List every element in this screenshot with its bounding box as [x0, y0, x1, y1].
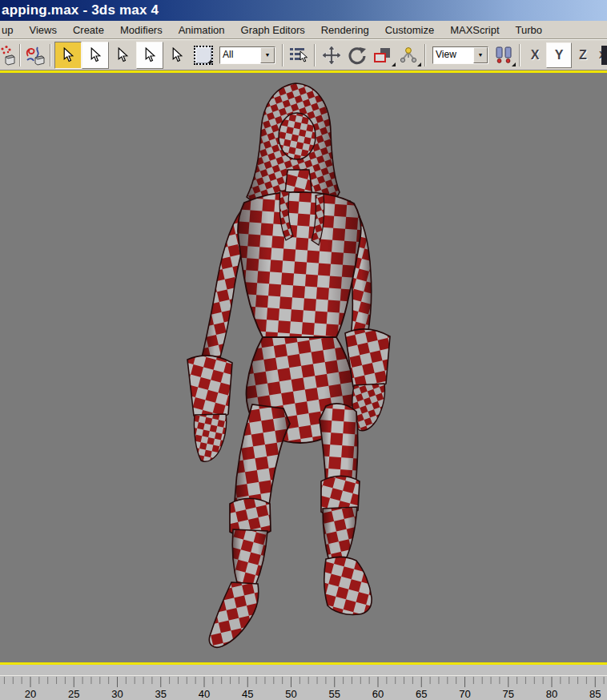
frame-label-80: 80	[546, 688, 557, 700]
flyout-arrow-icon	[512, 62, 516, 66]
selection-region-button[interactable]	[194, 46, 213, 65]
select-cursor-icon	[90, 47, 102, 62]
menu-modifiers[interactable]: Modifiers	[112, 22, 171, 38]
menu-views[interactable]: Views	[21, 22, 64, 38]
select-by-name-icon	[289, 46, 308, 64]
select-by-name-button[interactable]	[287, 44, 311, 66]
frame-label-40: 40	[199, 688, 210, 700]
scale-tool-button[interactable]	[370, 44, 396, 66]
menu-create[interactable]: Create	[65, 22, 112, 38]
frame-label-50: 50	[285, 688, 296, 700]
menu-animation[interactable]: Animation	[171, 22, 233, 38]
title-bar[interactable]: apping.max - 3ds max 4	[0, 0, 607, 21]
frame-label-60: 60	[372, 688, 384, 700]
manipulate-icon	[399, 46, 418, 65]
rotate-icon	[348, 46, 367, 65]
coordinate-system-dropdown[interactable]: View ▼	[432, 46, 488, 64]
coordinate-system-value: View	[433, 47, 473, 63]
toolbar-separator	[50, 44, 51, 66]
select-and-manipulate-button[interactable]	[396, 44, 421, 66]
menu-bar: upViewsCreateModifiersAnimationGraph Edi…	[0, 21, 607, 39]
move-tool-button[interactable]	[319, 44, 344, 66]
frame-label-25: 25	[68, 688, 79, 700]
frame-label-35: 35	[155, 688, 167, 700]
menu-graph-editors[interactable]: Graph Editors	[233, 22, 313, 38]
main-toolbar: All ▼	[0, 39, 607, 70]
selection-filter-value: All	[220, 47, 260, 63]
unlink-selection-button[interactable]	[0, 44, 16, 66]
frame-label-65: 65	[416, 688, 427, 700]
menu-up[interactable]: up	[0, 22, 21, 38]
menu-turbo[interactable]: Turbo	[508, 22, 550, 38]
unlink-selection-icon	[0, 45, 16, 66]
select-cursor-button-4[interactable]	[136, 42, 163, 69]
restrict-y-button[interactable]: Y	[546, 42, 572, 68]
timeline-ruler[interactable]: 2025303540455055606570758085	[0, 665, 607, 700]
select-object-button[interactable]	[54, 42, 82, 69]
toolbar-separator	[519, 44, 521, 66]
bind-to-spacewarp-button[interactable]	[24, 44, 46, 66]
toolbar-separator	[424, 44, 426, 66]
flyout-arrow-icon	[417, 62, 421, 66]
select-cursor-icon	[171, 47, 183, 62]
menu-maxscript[interactable]: MAXScript	[442, 22, 507, 38]
character-model[interactable]	[0, 73, 607, 662]
frame-label-85: 85	[589, 688, 601, 700]
toolbar-separator	[19, 44, 21, 66]
track-bar[interactable]: 2025303540455055606570758085	[0, 665, 607, 700]
select-cursor-icon	[117, 47, 129, 62]
menu-customize[interactable]: Customize	[377, 22, 442, 38]
bind-to-spacewarp-icon	[25, 45, 46, 66]
frame-label-70: 70	[459, 688, 470, 700]
move-icon	[322, 46, 341, 65]
restrict-x-button[interactable]: X	[524, 42, 546, 68]
toolbar-separator	[282, 44, 283, 66]
select-cursor-icon	[144, 47, 156, 62]
cropped-toolbar-icon	[601, 46, 607, 65]
select-cursor-button-5[interactable]	[163, 42, 191, 69]
rotate-tool-button[interactable]	[344, 44, 370, 66]
selection-filter-dropdown[interactable]: All ▼	[219, 46, 275, 64]
frame-label-45: 45	[242, 688, 253, 700]
restrict-z-button[interactable]: Z	[572, 42, 594, 68]
window-title: apping.max - 3ds max 4	[2, 2, 159, 18]
dropdown-arrow-icon[interactable]: ▼	[260, 47, 275, 63]
scale-icon	[373, 46, 392, 65]
toolbar-separator	[314, 44, 316, 66]
frame-label-20: 20	[25, 688, 36, 700]
select-cursor-button-3[interactable]	[109, 42, 136, 69]
frame-label-55: 55	[329, 688, 340, 700]
dropdown-arrow-icon[interactable]: ▼	[473, 47, 488, 63]
frame-label-30: 30	[111, 688, 123, 700]
flyout-arrow-icon	[207, 59, 211, 63]
select-object-icon	[62, 47, 74, 62]
perspective-viewport[interactable]	[0, 73, 607, 662]
select-cursor-button-2[interactable]	[82, 42, 109, 69]
use-center-button[interactable]	[492, 44, 516, 66]
frame-label-75: 75	[503, 688, 514, 700]
menu-rendering[interactable]: Rendering	[313, 22, 377, 38]
